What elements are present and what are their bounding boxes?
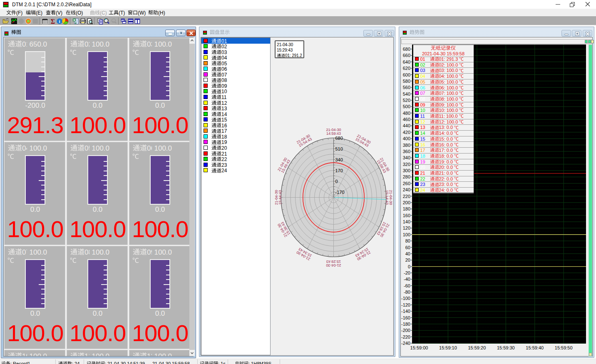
svg-text:440: 440	[403, 123, 410, 128]
svg-text:-160: -160	[401, 315, 410, 320]
svg-text:-140: -140	[401, 309, 410, 314]
svg-text:420: 420	[403, 130, 410, 135]
svg-text:600: 600	[403, 72, 410, 77]
svg-text:660: 660	[403, 53, 410, 58]
svg-text:-220: -220	[401, 334, 410, 339]
svg-text:640: 640	[403, 59, 410, 64]
svg-text:0: 0	[408, 264, 410, 269]
svg-text:-180: -180	[401, 322, 410, 327]
svg-text:14:59:43: 14:59:43	[326, 131, 341, 136]
svg-text:15:44:43: 15:44:43	[278, 190, 282, 205]
svg-text:460: 460	[403, 117, 410, 122]
svg-text:260: 260	[403, 181, 410, 186]
svg-text:-40: -40	[404, 277, 410, 282]
svg-text:320: 320	[403, 162, 410, 167]
svg-text:-100: -100	[401, 296, 410, 301]
svg-text:15:29:43: 15:29:43	[326, 260, 341, 264]
svg-text:120: 120	[403, 225, 410, 230]
svg-text:500: 500	[403, 104, 410, 109]
svg-text:-20: -20	[404, 270, 410, 275]
svg-text:620: 620	[403, 66, 410, 71]
svg-text:20: 20	[405, 258, 410, 262]
svg-text:220: 220	[403, 194, 410, 199]
svg-text:i: i	[59, 19, 60, 24]
svg-text:180: 180	[403, 206, 410, 211]
svg-text:380: 380	[403, 143, 410, 148]
svg-text:100: 100	[403, 232, 410, 237]
svg-text:160: 160	[403, 213, 410, 218]
svg-text:-80: -80	[404, 290, 410, 295]
svg-text:0: 0	[335, 179, 338, 184]
svg-text:-120: -120	[401, 302, 410, 307]
svg-text:170: 170	[335, 168, 343, 173]
svg-text:680: 680	[335, 136, 343, 141]
svg-text:510: 510	[335, 146, 343, 151]
svg-text:580: 580	[403, 79, 410, 84]
svg-text:80: 80	[405, 238, 410, 243]
svg-text:-60: -60	[404, 283, 410, 288]
svg-text:340: 340	[403, 155, 410, 160]
svg-text:240: 240	[403, 187, 410, 192]
svg-text:200: 200	[403, 200, 410, 205]
svg-text:300: 300	[403, 168, 410, 173]
svg-text:-170: -170	[335, 190, 345, 195]
svg-text:560: 560	[403, 85, 410, 90]
svg-text:540: 540	[403, 92, 410, 97]
svg-text:360: 360	[403, 149, 410, 154]
svg-text:680: 680	[403, 47, 410, 52]
svg-text:400: 400	[403, 136, 410, 141]
svg-text:280: 280	[403, 174, 410, 179]
svg-text:40: 40	[405, 251, 410, 256]
svg-text:15:14:43: 15:14:43	[385, 190, 389, 205]
svg-text:-240: -240	[401, 341, 410, 346]
svg-text:140: 140	[403, 219, 410, 224]
svg-text:520: 520	[403, 98, 410, 103]
svg-text:-200: -200	[401, 328, 410, 333]
svg-text:60: 60	[405, 245, 410, 250]
svg-text:480: 480	[403, 111, 410, 116]
svg-text:340: 340	[335, 157, 343, 162]
svg-text:Σ: Σ	[51, 18, 55, 25]
